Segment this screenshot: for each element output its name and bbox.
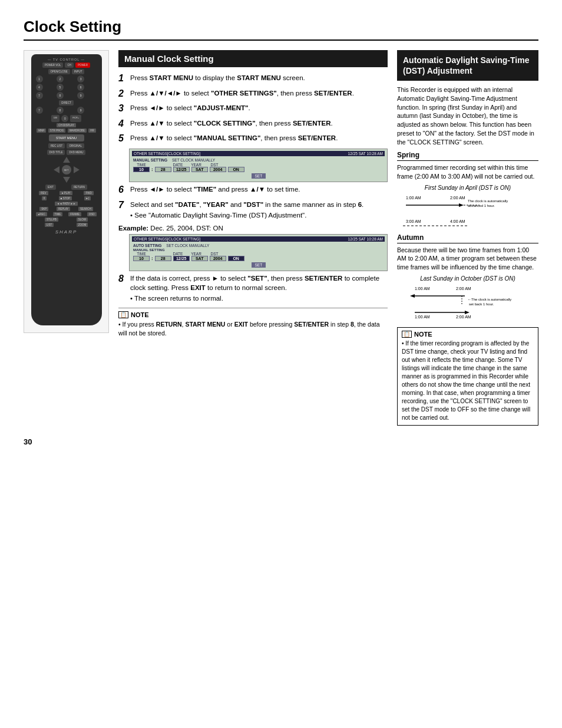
dst-note-text: • If the timer recording program is affe…: [402, 340, 534, 422]
screen-header-right: 12/25 SAT 10:28 AM: [348, 151, 383, 156]
osd-btn[interactable]: OSD: [87, 212, 97, 216]
mnr-btn[interactable]: MNR: [37, 129, 46, 133]
dpad-right[interactable]: [74, 166, 80, 173]
dpad-up[interactable]: [63, 157, 70, 163]
stop-btn[interactable]: ■ STOP: [59, 196, 72, 200]
power-btn[interactable]: POWER VOL: [42, 62, 63, 68]
return-btn[interactable]: RETURN: [71, 185, 87, 190]
list-btn[interactable]: LIST: [45, 223, 54, 227]
svg-text:1:00 AM: 1:00 AM: [406, 196, 421, 200]
svg-marker-13: [410, 294, 415, 298]
rev-btn[interactable]: REV: [39, 191, 48, 195]
screen-header-right-2: 12/25 SAT 10:28 AM: [348, 237, 383, 241]
screen-header-1: OTHER SETTINGS[CLOCK SETTING] 12/25 SAT …: [132, 151, 385, 156]
frame-btn[interactable]: FRAME: [68, 212, 81, 216]
btn-6[interactable]: 6: [77, 84, 84, 91]
start-menu-btn[interactable]: START MENU: [49, 134, 84, 141]
pause-btn[interactable]: II: [42, 196, 47, 200]
screen-values-1: 10 : 28 12/25 SAT 2004 ON: [132, 167, 385, 172]
dvd-title-btn[interactable]: DVD TITLE: [47, 150, 65, 155]
btn-7b[interactable]: 7: [36, 107, 43, 114]
dpad[interactable]: SET: [54, 157, 80, 183]
val2-dst: ON: [228, 256, 244, 261]
btn-7[interactable]: 7: [36, 92, 43, 99]
btn-9b[interactable]: 9: [77, 107, 84, 114]
skip2-btn[interactable]: SKP: [39, 207, 48, 211]
hr-btn[interactable]: HR: [88, 129, 96, 133]
numpad: 1 2 3 4 5 6 7 8 9: [36, 75, 97, 99]
stllpb-btn[interactable]: STLLPB: [45, 218, 58, 222]
replay-btn[interactable]: REPLAY: [57, 207, 70, 211]
brand-label: SHARP: [34, 229, 100, 235]
svg-text:set back 1 hour.: set back 1 hour.: [469, 302, 494, 306]
open-close-btn[interactable]: OPEN/CLOSE: [48, 69, 70, 74]
remote-body: — TV CONTROL — POWER VOL CH POWER OPEN/C…: [31, 54, 102, 325]
set-btn-2: SET: [252, 262, 266, 268]
step-6: 6 Press ◄/► to select "TIME" and press ▲…: [118, 185, 388, 195]
dpad-left[interactable]: [54, 166, 59, 173]
svg-text:2:00 AM: 2:00 AM: [456, 286, 471, 291]
val-date: 12/25: [173, 167, 190, 172]
rec-btn[interactable]: ●REC: [36, 212, 47, 216]
time-btn[interactable]: TIME: [53, 212, 63, 216]
search-btn[interactable]: SEARCH: [78, 207, 93, 211]
input-btn[interactable]: INPUT: [72, 69, 85, 74]
fwd-btn[interactable]: FWD: [84, 191, 93, 195]
col2-dst: DST: [206, 252, 223, 256]
wardrobe-btn[interactable]: WARDROBE: [68, 129, 87, 133]
spring-title: Spring: [397, 151, 538, 161]
btn-9[interactable]: 9: [77, 92, 84, 99]
ch-display-btn[interactable]: CH DISPLAY: [57, 123, 75, 127]
direct-btn[interactable]: DIRECT: [59, 100, 74, 106]
svg-marker-3: [459, 203, 464, 207]
svg-text:4:00 AM: 4:00 AM: [450, 219, 465, 223]
ch-btn[interactable]: CH: [65, 62, 74, 68]
btn-4[interactable]: 4: [36, 84, 43, 91]
skip-btn[interactable]: ►|: [84, 196, 91, 200]
step-3: 3 Press ◄/► to select "ADJUST-MENT".: [118, 103, 388, 114]
dst-note-icon: 📋: [402, 331, 412, 338]
slow-btn[interactable]: SLOW: [77, 218, 88, 222]
step-7-num: 7: [118, 200, 128, 220]
btn-3[interactable]: 3: [77, 75, 84, 83]
step-3-text: Press ◄/► to select "ADJUST-MENT".: [130, 103, 250, 114]
fadv-btn[interactable]: ◄◄ FADV ►►: [55, 202, 77, 206]
100-btn[interactable]: 100: [51, 115, 60, 122]
note-icon: 📋: [118, 311, 128, 318]
step-2: 2 Press ▲/▼/◄/► to select "OTHER SETTING…: [118, 88, 388, 99]
zoom-btn[interactable]: ZOOM: [77, 223, 88, 227]
val-year: 2004: [210, 167, 226, 172]
btn-2[interactable]: 2: [57, 75, 64, 83]
note-label: NOTE: [131, 311, 149, 318]
tv-power-btn[interactable]: POWER: [75, 62, 90, 68]
step-5-num: 5: [118, 133, 128, 144]
original-btn[interactable]: ORIGINAL: [67, 143, 84, 149]
remote-control-column: — TV CONTROL — POWER VOL CH POWER OPEN/C…: [24, 50, 109, 426]
rec-list-btn[interactable]: REC LIST: [48, 143, 65, 149]
rcr-plus-btn[interactable]: RCR+: [70, 115, 81, 122]
dpad-down[interactable]: [63, 177, 70, 183]
step-2-text: Press ▲/▼/◄/► to select "OTHER SETTINGS"…: [130, 88, 354, 99]
set-btn-1: SET: [252, 173, 266, 179]
btn-8[interactable]: 8: [57, 92, 64, 99]
btn-5[interactable]: 5: [57, 84, 64, 91]
svg-text:3:00 AM: 3:00 AM: [406, 219, 421, 223]
step-4: 4 Press ▲/▼ to select "CLOCK SETTING", t…: [118, 118, 388, 129]
step-5-text: Press ▲/▼ to select "MANUAL SETTING", th…: [130, 133, 338, 144]
dvd-menu-btn[interactable]: DVD MENU: [67, 150, 85, 155]
btn-1[interactable]: 1: [36, 75, 43, 83]
step-5: 5 Press ▲/▼ to select "MANUAL SETTING", …: [118, 133, 388, 144]
str-prog-btn[interactable]: STR PROG: [48, 129, 66, 133]
autumn-diagram: 1:00 AM 2:00 AM ←The clock is automatica…: [397, 284, 538, 322]
exit-btn[interactable]: EXIT: [45, 185, 56, 190]
play-btn[interactable]: ►PLAY: [59, 191, 72, 195]
page-title: Clock Setting: [24, 18, 538, 41]
step-8-num: 8: [118, 274, 128, 303]
manual-section-header: Manual Clock Setting: [118, 50, 388, 67]
val-hour: 10: [133, 167, 150, 172]
dpad-center[interactable]: SET: [62, 165, 71, 174]
btn-8b[interactable]: 8: [57, 107, 64, 114]
svg-text:1:00 AM: 1:00 AM: [415, 286, 430, 291]
remote-image: — TV CONTROL — POWER VOL CH POWER OPEN/C…: [24, 50, 109, 333]
btn-0[interactable]: 0: [61, 115, 68, 122]
